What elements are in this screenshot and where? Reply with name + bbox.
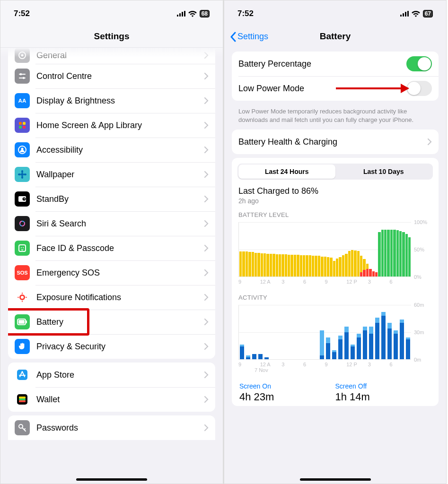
settings-row-control-centre[interactable]: Control Centre (8, 64, 215, 88)
siri-icon (15, 216, 30, 231)
x-tick: 3 (281, 279, 303, 285)
chevron-right-icon (204, 371, 209, 379)
settings-row-accessibility[interactable]: Accessibility (8, 138, 215, 162)
x-tick: 3 (281, 362, 303, 367)
chevron-right-icon (204, 244, 209, 252)
x-tick: 9 (325, 279, 347, 285)
settings-row-privacy-security[interactable]: Privacy & Security (8, 334, 215, 359)
settings-row-wallet[interactable]: Wallet (8, 387, 215, 412)
chevron-right-icon (204, 343, 209, 350)
chevron-right-icon (204, 97, 209, 104)
chevron-right-icon (204, 318, 209, 326)
nav-header: Settings (0, 25, 223, 48)
svg-point-20 (18, 173, 21, 175)
settings-row-passwords[interactable]: Passwords (8, 415, 215, 440)
svg-point-31 (21, 296, 24, 299)
settings-scroll[interactable]: GeneralControl CentreAADisplay & Brightn… (0, 48, 223, 484)
battery-scroll[interactable]: Battery PercentageLow Power Mode Low Pow… (224, 48, 446, 484)
segment-last-10-days[interactable]: Last 10 Days (335, 164, 432, 179)
svg-point-24 (18, 219, 27, 228)
svg-rect-1 (179, 13, 181, 17)
svg-point-17 (21, 173, 24, 176)
wifi-icon (412, 11, 420, 17)
settings-row-standby[interactable]: StandBy (8, 187, 215, 211)
battery-icon (15, 314, 30, 329)
segment-last-24-hours[interactable]: Last 24 Hours (238, 164, 335, 179)
battery-level-title: BATTERY LEVEL (232, 205, 439, 221)
settings-row-home-screen-app-library[interactable]: Home Screen & App Library (8, 113, 215, 138)
last-charged-label: Last Charged to 86% (232, 186, 439, 196)
row-label: StandBy (36, 194, 204, 204)
x-tick: 9 (238, 362, 260, 367)
settings-row-emergency-sos[interactable]: SOSEmergency SOS (8, 260, 215, 285)
home-indicator[interactable] (300, 478, 371, 481)
sliders-icon (15, 69, 30, 84)
settings-row-general[interactable]: General (8, 48, 215, 64)
settings-row-exposure-notifications[interactable]: Exposure Notifications (8, 285, 215, 310)
svg-point-29 (23, 247, 24, 248)
svg-rect-37 (18, 320, 25, 324)
settings-row-battery[interactable]: Battery (8, 310, 215, 334)
svg-rect-41 (19, 397, 26, 398)
svg-point-16 (21, 148, 24, 150)
row-label: Exposure Notifications (36, 293, 204, 302)
svg-point-19 (21, 176, 23, 179)
svg-point-28 (21, 247, 22, 248)
chevron-right-icon (204, 171, 209, 178)
low-power-note: Low Power Mode temporarily reduces backg… (224, 104, 446, 126)
x-tick: 9 (325, 362, 347, 367)
svg-rect-42 (19, 398, 26, 400)
chevron-right-icon (427, 138, 432, 146)
settings-row-siri-search[interactable]: Siri & Search (8, 211, 215, 236)
settings-row-face-id-passcode[interactable]: Face ID & Passcode (8, 236, 215, 260)
svg-rect-47 (405, 12, 406, 17)
back-button[interactable]: Settings (230, 31, 268, 42)
svg-rect-11 (19, 122, 22, 125)
toggle-row-battery-percentage[interactable]: Battery Percentage (232, 52, 439, 76)
svg-rect-43 (19, 400, 26, 402)
sos-icon: SOS (15, 265, 30, 280)
chevron-right-icon (204, 294, 209, 301)
settings-row-wallpaper[interactable]: Wallpaper (8, 162, 215, 187)
svg-rect-46 (403, 13, 404, 17)
row-label: Emergency SOS (36, 268, 204, 278)
toggle-switch[interactable] (406, 81, 432, 96)
toggle-switch[interactable] (406, 56, 432, 71)
home-indicator[interactable] (76, 478, 147, 481)
row-label: Battery Health & Charging (238, 137, 427, 147)
stat-screen-off: Screen Off1h 14m (335, 382, 431, 403)
x-tick: 6 (303, 279, 325, 285)
exposure-icon (15, 290, 30, 305)
x-tick: 12 A (260, 279, 282, 285)
settings-row-app-store[interactable]: App Store (8, 363, 215, 387)
row-label: Wallet (36, 395, 204, 405)
wallet-icon (15, 392, 30, 407)
chevron-right-icon (204, 396, 209, 403)
x-tick: 12 P (346, 279, 368, 285)
status-bar: 7:52 68 (0, 0, 223, 25)
chevron-right-icon (204, 195, 209, 203)
back-label: Settings (237, 32, 268, 42)
svg-point-18 (21, 170, 23, 173)
x-tick: 6 (389, 279, 411, 285)
chevron-right-icon (204, 269, 209, 277)
cellular-icon (177, 11, 185, 17)
row-label: Passwords (36, 423, 204, 433)
annotation-arrow (336, 87, 408, 89)
x-tick: 6 (303, 362, 325, 367)
settings-row-display-brightness[interactable]: AADisplay & Brightness (8, 88, 215, 113)
row-label: Siri & Search (36, 219, 204, 229)
row-label: General (36, 51, 204, 60)
status-time: 7:52 (237, 9, 254, 18)
x-tick: 12 P (346, 362, 368, 367)
chevron-right-icon (204, 424, 209, 432)
svg-text:AA: AA (18, 97, 26, 104)
flower-icon (15, 167, 30, 182)
time-range-segmented: Last 24 HoursLast 10 Days (237, 164, 433, 180)
activity-title: ACTIVITY (232, 285, 439, 304)
battery-health-row[interactable]: Battery Health & Charging (232, 130, 439, 154)
activity-chart: 60m30m0m (238, 305, 432, 360)
svg-rect-0 (177, 15, 178, 17)
toggle-row-low-power-mode[interactable]: Low Power Mode (232, 76, 439, 101)
row-label: Home Screen & App Library (36, 121, 204, 130)
